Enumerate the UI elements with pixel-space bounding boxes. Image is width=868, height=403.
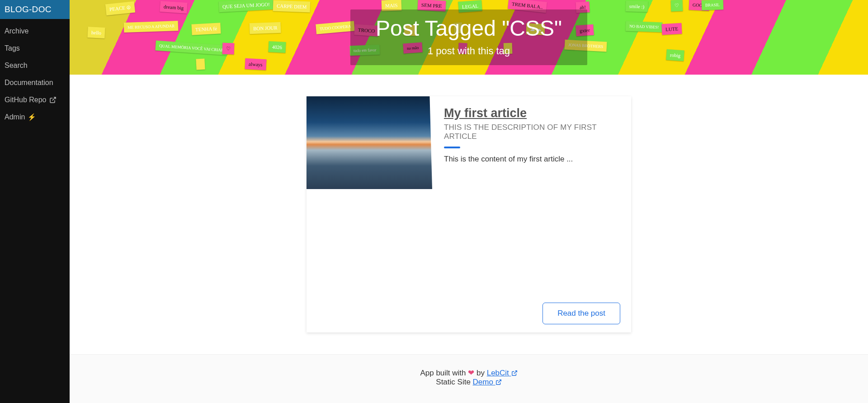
post-excerpt: This is the content of my first article … — [444, 155, 620, 164]
sidebar-item-documentation[interactable]: Documentation — [0, 74, 70, 91]
footer-line-2: Static Site Demo — [70, 378, 868, 387]
sidebar-item-label: GitHub Repo — [5, 96, 47, 104]
author-link[interactable]: LebCit — [487, 369, 518, 377]
sidebar-item-tags[interactable]: Tags — [0, 40, 70, 57]
content: My first article THIS IS THE DESCRIPTION… — [70, 75, 868, 354]
heart-icon: ❤ — [468, 369, 474, 377]
main: PEACE ☮ dream big QUE SEJA UM JOGO! CARP… — [70, 0, 868, 403]
external-link-icon — [509, 369, 518, 377]
sidebar-nav: Archive Tags Search Documentation GitHub… — [0, 19, 70, 126]
page-subtitle: 1 post with this tag — [376, 45, 562, 57]
hero-overlay: Post Tagged "CSS" 1 post with this tag — [350, 9, 587, 65]
sidebar-item-label: Archive — [5, 27, 28, 35]
hero: PEACE ☮ dream big QUE SEJA UM JOGO! CARP… — [70, 0, 868, 75]
external-link-icon — [493, 378, 502, 386]
sidebar-item-admin[interactable]: Admin ⚡ — [0, 109, 70, 126]
post-card: My first article THIS IS THE DESCRIPTION… — [307, 96, 631, 332]
post-description: THIS IS THE DESCRIPTION OF MY FIRST ARTI… — [444, 123, 620, 141]
post-thumbnail[interactable] — [307, 96, 432, 189]
sidebar: BLOG-DOC Archive Tags Search Documentati… — [0, 0, 70, 403]
sidebar-item-label: Documentation — [5, 79, 53, 87]
svg-line-0 — [52, 97, 55, 100]
sidebar-item-github-repo[interactable]: GitHub Repo — [0, 91, 70, 109]
post-body: My first article THIS IS THE DESCRIPTION… — [432, 96, 631, 332]
svg-line-1 — [514, 371, 516, 374]
sidebar-item-label: Tags — [5, 44, 20, 52]
page-title: Post Tagged "CSS" — [376, 16, 562, 41]
footer-text: Static Site — [436, 378, 472, 386]
footer-text: App built with — [420, 369, 468, 377]
demo-label: Demo — [473, 378, 493, 386]
sidebar-item-label: Admin — [5, 113, 25, 121]
footer-line-1: App built with ❤ by LebCit — [70, 368, 868, 378]
post-actions: Read the post — [444, 294, 620, 324]
author-name: LebCit — [487, 369, 509, 377]
footer-text: by — [476, 369, 487, 377]
footer: App built with ❤ by LebCit Static Site D… — [70, 354, 868, 403]
external-link-icon — [49, 96, 57, 104]
svg-line-2 — [498, 380, 501, 383]
demo-link[interactable]: Demo — [473, 378, 502, 386]
read-post-button[interactable]: Read the post — [542, 303, 620, 324]
post-title-link[interactable]: My first article — [444, 106, 620, 120]
sidebar-item-label: Search — [5, 62, 28, 70]
divider — [444, 147, 460, 148]
bolt-icon: ⚡ — [28, 113, 36, 121]
brand[interactable]: BLOG-DOC — [0, 0, 70, 19]
sidebar-item-archive[interactable]: Archive — [0, 23, 70, 40]
sidebar-item-search[interactable]: Search — [0, 57, 70, 74]
